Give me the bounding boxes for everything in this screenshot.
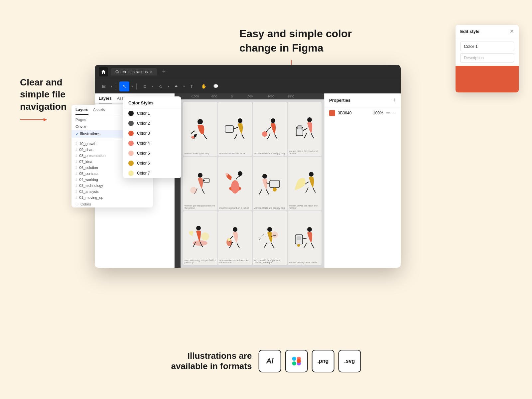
lp-colors-row[interactable]: ⊞ Colors bbox=[71, 200, 153, 207]
figma-tab[interactable]: Cuterr Illustrations ✕ bbox=[111, 68, 157, 75]
color-dot-5 bbox=[128, 151, 134, 156]
svg-rect-5 bbox=[226, 126, 233, 131]
svg-point-2 bbox=[194, 134, 197, 137]
tab-label: Cuterr Illustrations bbox=[115, 69, 148, 74]
color-name-7: Color 7 bbox=[137, 171, 150, 176]
toolbar-shape-drop[interactable]: ▾ bbox=[168, 84, 169, 88]
edit-style-close-icon[interactable]: ✕ bbox=[510, 28, 514, 35]
ruler-num: 0 bbox=[231, 95, 233, 98]
tab-close-icon[interactable]: ✕ bbox=[150, 70, 153, 74]
description-input[interactable]: Description bbox=[460, 53, 514, 63]
illus-caption-1: woman walking her dog bbox=[185, 152, 209, 155]
illus-cell-6: man flies upward on a rocket bbox=[218, 157, 252, 210]
toolbar-cursor-drop[interactable]: ▾ bbox=[131, 84, 133, 88]
ruler-num: -1000 bbox=[191, 95, 199, 98]
svg-point-24 bbox=[201, 232, 209, 240]
svg-rect-34 bbox=[292, 357, 296, 361]
toolbar-dropdown[interactable]: ▾ bbox=[111, 84, 112, 88]
color-name-input[interactable]: Color 1 bbox=[460, 42, 514, 51]
bottom-line2: available in formats bbox=[171, 361, 252, 371]
color-dot-1 bbox=[128, 111, 134, 116]
bottom-text: Illustrations are available in formats bbox=[171, 351, 252, 371]
format-png-icon: .png bbox=[312, 350, 334, 372]
toolbar-type-icon[interactable]: T bbox=[187, 81, 197, 91]
figma-logo-icon bbox=[290, 355, 302, 367]
layer-name: 09_chart bbox=[79, 148, 94, 152]
properties-header: Properties + bbox=[325, 93, 401, 107]
cs-item-5[interactable]: Color 5 bbox=[123, 148, 181, 158]
svg-point-7 bbox=[262, 131, 267, 137]
edit-style-panel: Edit style ✕ Color 1 Description bbox=[456, 25, 519, 92]
toolbar-pen-drop[interactable]: ▾ bbox=[183, 84, 185, 88]
toolbar-hand-icon[interactable]: ✋ bbox=[199, 81, 209, 91]
color-dot-4 bbox=[128, 141, 134, 146]
svg-rect-36 bbox=[292, 361, 296, 365]
svg-point-16 bbox=[231, 180, 239, 194]
toolbar-pen-icon[interactable]: ✒ bbox=[171, 81, 181, 91]
illus-caption-8: woman drives the heart and monitor bbox=[289, 204, 322, 209]
svg-rect-32 bbox=[297, 236, 301, 240]
bottom-section: Illustrations are available in formats A… bbox=[171, 350, 361, 372]
hash-icon: # bbox=[75, 172, 77, 176]
figma-right-panel: Properties + 3B3640 100% 👁 − bbox=[324, 93, 401, 268]
svg-point-27 bbox=[227, 238, 231, 241]
toolbar-shape-icon[interactable]: ◇ bbox=[156, 81, 166, 91]
toolbar-frame-drop[interactable]: ▾ bbox=[152, 84, 154, 88]
edit-style-header: Edit style ✕ bbox=[456, 25, 519, 38]
cs-item-3[interactable]: Color 3 bbox=[123, 128, 181, 138]
illus-caption-11: woman with headphones dancing in the par… bbox=[254, 259, 287, 264]
cs-item-4[interactable]: Color 4 bbox=[123, 138, 181, 148]
svg-point-33 bbox=[297, 244, 300, 247]
hash-icon: # bbox=[75, 178, 77, 182]
remove-icon[interactable]: − bbox=[393, 110, 396, 116]
svg-rect-19 bbox=[270, 180, 280, 188]
ai-label: Ai bbox=[266, 357, 273, 365]
lp-layer-01moving[interactable]: #01_moving_up bbox=[71, 195, 153, 200]
properties-add-icon[interactable]: + bbox=[392, 97, 396, 104]
layer-name: 05_contract bbox=[79, 172, 98, 176]
visibility-icon[interactable]: 👁 bbox=[386, 111, 390, 116]
illus-caption-4: woman drives the heart and monitor bbox=[289, 150, 322, 155]
hash-icon: # bbox=[75, 160, 77, 164]
toolbar-comment-icon[interactable]: 💬 bbox=[211, 81, 221, 91]
lp-tab-layers[interactable]: Layers bbox=[75, 107, 88, 115]
illus-caption-10: woman mixes a delicious ice cream cone bbox=[219, 259, 252, 264]
format-ai-icon: Ai bbox=[258, 350, 281, 372]
svg-point-28 bbox=[267, 227, 272, 232]
illus-cell-5: woman got the good news on the phone bbox=[183, 157, 217, 210]
svg-point-14 bbox=[238, 171, 242, 176]
figma-titlebar: Cuterr Illustrations ✕ + bbox=[95, 65, 401, 79]
svg-rect-10 bbox=[297, 126, 302, 129]
hash-icon: # bbox=[75, 184, 77, 188]
toolbar-cursor-icon[interactable]: ↖ bbox=[119, 81, 129, 91]
illus-cell-1: woman walking her dog bbox=[183, 102, 217, 156]
svg-point-30 bbox=[307, 227, 312, 232]
hash-icon: # bbox=[75, 196, 77, 200]
top-heading-text: Easy and simple color change in Figma bbox=[239, 27, 352, 55]
format-icons-group: Ai .png .svg bbox=[258, 350, 361, 372]
cs-item-6[interactable]: Color 6 bbox=[123, 158, 181, 168]
cs-item-1[interactable]: Color 1 bbox=[123, 108, 181, 118]
figma-toolbar: ⊞ ▾ ↖ ▾ ⊡ ▾ ◇ ▾ ✒ ▾ T ✋ 💬 bbox=[95, 79, 401, 93]
illus-caption-12: woman petting cat at home bbox=[289, 261, 317, 264]
illus-caption-9: man swimming in a pool with a palm top bbox=[185, 259, 217, 264]
ruler-num: -500 bbox=[211, 95, 217, 98]
illus-caption-3: woman starts at a druggy dog bbox=[254, 152, 285, 155]
add-tab-icon[interactable]: + bbox=[160, 68, 168, 75]
figma-home-icon[interactable] bbox=[99, 67, 108, 76]
cs-item-2[interactable]: Color 2 bbox=[123, 118, 181, 128]
svg-point-11 bbox=[198, 173, 202, 178]
toolbar-frame-icon[interactable]: ⊡ bbox=[140, 81, 150, 91]
lp-layer-03technology[interactable]: #03_technology bbox=[71, 183, 153, 189]
hash-icon: # bbox=[75, 148, 77, 152]
lp-tab-assets[interactable]: Assets bbox=[93, 107, 105, 115]
svg-point-20 bbox=[273, 188, 277, 192]
svg-label: .svg bbox=[344, 358, 355, 364]
lp-layer-02analysis[interactable]: #02_analysis bbox=[71, 189, 153, 195]
toolbar-grid-icon[interactable]: ⊞ bbox=[99, 81, 109, 91]
panel-tab-layers[interactable]: Layers bbox=[99, 96, 112, 103]
cs-item-7[interactable]: Color 7 bbox=[123, 168, 181, 178]
color-name-3: Color 3 bbox=[137, 131, 150, 136]
canvas-ruler-horizontal: -1000 -500 0 500 1000 1500 8000 bbox=[175, 93, 324, 99]
format-figma-icon bbox=[285, 350, 308, 372]
